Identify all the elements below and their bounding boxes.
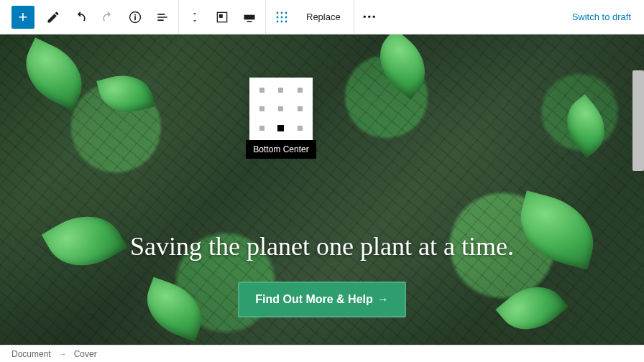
full-width-button[interactable] [236,4,262,30]
edit-mode-button[interactable] [40,4,66,30]
position-bottom-center[interactable] [277,125,284,131]
arrow-right-icon: → [377,293,389,306]
svg-rect-2 [244,14,255,19]
undo-button[interactable] [68,4,93,30]
svg-point-12 [281,20,283,22]
breadcrumb-root[interactable]: Document [12,349,51,359]
leaf-decoration [366,34,438,99]
position-center-center[interactable] [278,106,283,111]
svg-point-11 [277,20,279,22]
info-icon [128,10,142,24]
svg-point-10 [285,16,288,18]
svg-point-7 [285,11,288,14]
toolbar-separator [265,0,266,34]
switch-to-draft-button[interactable]: Switch to draft [572,11,638,22]
undo-icon [73,10,88,24]
chevron-down-icon [190,17,200,24]
chevron-up-icon [190,10,200,17]
position-bottom-right[interactable] [298,126,303,131]
outline-button[interactable] [150,4,175,30]
block-breadcrumb: Document → Cover [0,345,644,362]
redo-button[interactable] [95,4,121,30]
redo-icon [101,10,115,24]
position-top-left[interactable] [259,88,264,93]
cover-block-icon [215,10,229,24]
add-block-button[interactable]: + [12,6,34,29]
more-options-button[interactable]: ••• [357,4,383,30]
position-top-right[interactable] [298,88,303,93]
top-toolbar: + Replace ••• Switch to draft [0,0,644,34]
position-grid [249,78,313,141]
cta-button[interactable]: Find Out More & Help → [238,282,406,317]
leaf-decoration [14,37,93,110]
cover-headline[interactable]: Saving the planet one plant at a time. [130,231,514,261]
breadcrumb-block[interactable]: Cover [74,349,97,359]
leaf-decoration [554,94,617,158]
cta-label: Find Out More & Help [255,293,373,306]
list-icon [155,10,170,24]
content-position-popover: Bottom Center [249,78,316,159]
svg-point-5 [277,11,279,14]
position-center-right[interactable] [298,106,303,111]
align-full-icon [242,10,257,24]
content-position-button[interactable] [269,4,295,30]
position-tooltip: Bottom Center [246,140,316,159]
grid-dots-icon [275,11,288,24]
scrollbar-thumb[interactable] [632,70,644,171]
leaf-decoration [96,68,155,119]
pencil-icon [46,10,60,24]
toolbar-separator [178,0,179,34]
svg-point-6 [281,11,283,14]
replace-media-button[interactable]: Replace [296,4,351,30]
position-top-center[interactable] [278,88,283,93]
svg-point-8 [277,16,279,18]
position-bottom-left[interactable] [259,126,264,131]
svg-rect-4 [247,21,252,22]
svg-point-9 [281,16,283,18]
cover-block[interactable]: Saving the planet one plant at a time. F… [0,34,644,345]
block-mover[interactable] [182,4,208,30]
svg-rect-1 [219,14,223,17]
editor-canvas: Saving the planet one plant at a time. F… [0,34,644,345]
arrow-right-icon: → [58,349,67,359]
toolbar-separator [354,0,354,34]
cover-inner-content: Saving the planet one plant at a time. F… [0,231,644,317]
block-type-button[interactable] [209,4,235,30]
info-button[interactable] [122,4,148,30]
svg-point-13 [285,20,288,22]
position-center-left[interactable] [259,106,264,111]
